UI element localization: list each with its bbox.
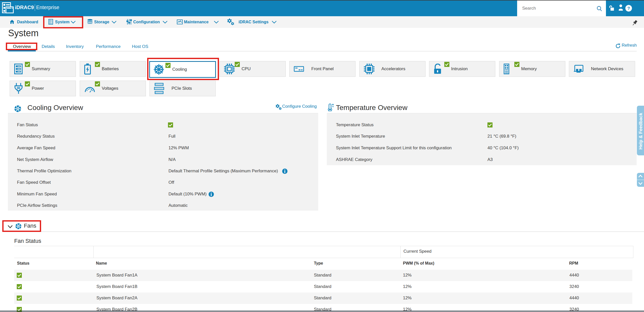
svg-text:?: ? — [627, 6, 630, 11]
